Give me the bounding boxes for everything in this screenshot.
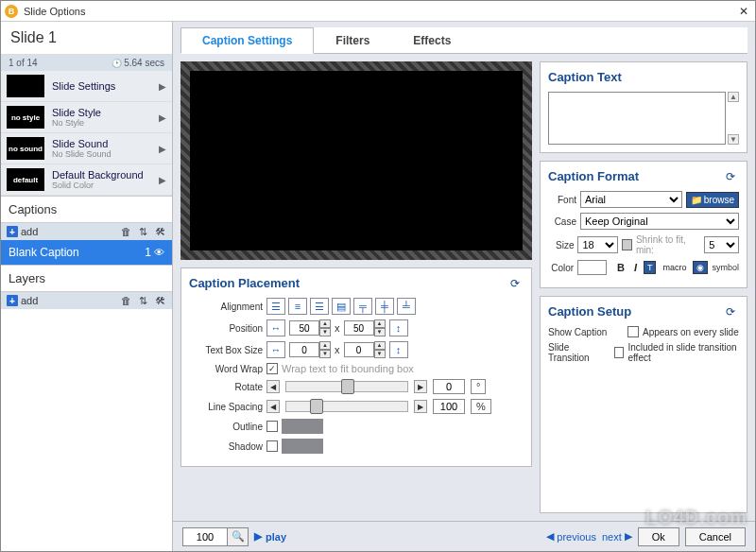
up-icon[interactable]: ▲ <box>319 319 331 328</box>
tools-icon[interactable]: 🛠 <box>153 294 166 307</box>
move-h-icon[interactable]: ↔ <box>266 319 285 336</box>
align-justify-icon[interactable]: ▤ <box>332 298 351 315</box>
symbol-button[interactable]: ◉ <box>693 261 708 274</box>
slider-right-icon[interactable]: ▶ <box>414 380 427 393</box>
linespacing-slider[interactable] <box>285 401 408 412</box>
zoom-input[interactable] <box>182 527 228 546</box>
rotate-slider[interactable] <box>285 381 408 392</box>
sort-icon[interactable]: ⇅ <box>136 294 149 307</box>
bold-button[interactable]: B <box>614 261 627 274</box>
move-v-icon[interactable]: ↕ <box>389 319 408 336</box>
down-icon[interactable]: ▼ <box>374 328 386 336</box>
reset-icon[interactable]: ⟳ <box>510 277 524 290</box>
down-icon[interactable]: ▼ <box>319 328 331 336</box>
slide-transition-checkbox[interactable] <box>614 347 624 358</box>
case-select[interactable]: Keep Original <box>580 213 739 230</box>
ok-button[interactable]: Ok <box>638 527 679 546</box>
position-y-spin[interactable]: ▲▼ <box>344 319 386 336</box>
wordwrap-text: Wrap text to fit bounding box <box>282 363 414 374</box>
textbox-w-input[interactable] <box>289 342 319 357</box>
slider-thumb[interactable] <box>341 379 354 394</box>
close-icon[interactable]: ✕ <box>736 5 751 18</box>
linespacing-input[interactable] <box>433 399 465 414</box>
scroll-up-icon[interactable]: ▲ <box>728 92 739 102</box>
trash-icon[interactable]: 🗑 <box>119 294 132 307</box>
shrink-checkbox[interactable] <box>622 239 632 250</box>
up-icon[interactable]: ▲ <box>374 319 386 328</box>
align-bottom-icon[interactable]: ╧ <box>397 298 416 315</box>
chevron-right-icon: ▶ <box>159 81 166 92</box>
shrink-min-select[interactable]: 5 <box>704 236 739 253</box>
sidebar-item-default-background[interactable]: default Default BackgroundSolid Color ▶ <box>1 164 172 196</box>
content: Slide 1 1 of 14 5.64 secs Slide Settings… <box>1 22 755 551</box>
textbox-h-spin[interactable]: ▲▼ <box>344 341 386 358</box>
size-select[interactable]: 18 <box>577 236 617 253</box>
down-icon[interactable]: ▼ <box>319 350 331 358</box>
previous-button[interactable]: ◀previous <box>546 530 596 543</box>
position-y-input[interactable] <box>344 320 374 336</box>
show-caption-checkbox[interactable] <box>627 326 639 337</box>
align-right-icon[interactable]: ☰ <box>310 298 329 315</box>
tab-filters[interactable]: Filters <box>314 27 391 53</box>
wordwrap-checkbox[interactable] <box>266 363 278 374</box>
trash-icon[interactable]: 🗑 <box>119 225 132 238</box>
rotate-input[interactable] <box>433 379 465 394</box>
reset-icon[interactable]: ⟳ <box>726 305 739 319</box>
down-icon[interactable]: ▼ <box>374 350 386 358</box>
outline-checkbox[interactable] <box>266 421 278 432</box>
slider-left-icon[interactable]: ◀ <box>266 380 280 393</box>
tt-button[interactable]: T <box>644 261 657 274</box>
font-select[interactable]: Arial <box>580 191 682 208</box>
play-button[interactable]: ▶play <box>254 530 286 543</box>
align-center-h-icon[interactable]: ≡ <box>288 298 307 315</box>
next-button[interactable]: next▶ <box>602 530 632 543</box>
show-caption-label: Show Caption <box>548 327 624 337</box>
tab-effects[interactable]: Effects <box>391 27 472 53</box>
tools-icon[interactable]: 🛠 <box>153 225 166 238</box>
position-x-spin[interactable]: ▲▼ <box>289 319 331 336</box>
cancel-button[interactable]: Cancel <box>685 527 746 546</box>
position-x-input[interactable] <box>289 320 319 336</box>
align-middle-icon[interactable]: ╪ <box>375 298 394 315</box>
macro-button[interactable]: macro <box>660 262 689 273</box>
scroll-down-icon[interactable]: ▼ <box>728 134 739 145</box>
shadow-checkbox[interactable] <box>266 440 278 452</box>
window: B Slide Options ✕ Slide 1 1 of 14 5.64 s… <box>0 0 756 552</box>
browse-button[interactable]: 📁browse <box>686 192 739 208</box>
captions-header: Captions <box>1 196 172 223</box>
color-swatch[interactable] <box>577 260 607 275</box>
panel-title: Caption Text <box>548 70 622 84</box>
slider-right-icon[interactable]: ▶ <box>414 400 427 413</box>
add-layer-button[interactable]: +add <box>7 295 38 306</box>
up-icon[interactable]: ▲ <box>374 341 386 350</box>
align-left-icon[interactable]: ☰ <box>266 298 285 315</box>
up-icon[interactable]: ▲ <box>319 341 331 350</box>
add-caption-button[interactable]: +add <box>7 226 38 237</box>
align-top-icon[interactable]: ╤ <box>353 298 372 315</box>
plus-icon: + <box>7 226 18 237</box>
reset-icon[interactable]: ⟳ <box>726 170 739 183</box>
slider-left-icon[interactable]: ◀ <box>266 400 280 413</box>
outline-color-swatch[interactable] <box>282 419 323 434</box>
sidebar-item-slide-style[interactable]: no style Slide StyleNo Style ▶ <box>1 102 172 133</box>
sidebar-item-slide-sound[interactable]: no sound Slide SoundNo Slide Sound ▶ <box>1 133 172 164</box>
slider-thumb[interactable] <box>310 399 323 414</box>
textbox-w-spin[interactable]: ▲▼ <box>289 341 331 358</box>
plus-icon: + <box>7 295 18 306</box>
textbox-h-input[interactable] <box>344 342 374 357</box>
tb-sep: x <box>335 344 340 355</box>
sidebar-item-label: Slide Sound <box>52 138 159 149</box>
tab-caption-settings[interactable]: Caption Settings <box>180 27 314 54</box>
width-icon[interactable]: ↔ <box>266 341 285 358</box>
blank-caption-row[interactable]: Blank Caption 1👁 <box>1 240 172 265</box>
height-icon[interactable]: ↕ <box>389 341 408 358</box>
sort-icon[interactable]: ⇅ <box>136 225 149 238</box>
slide-transition-label: Slide Transition <box>548 342 610 363</box>
sidebar-item-slide-settings[interactable]: Slide Settings ▶ <box>1 71 172 102</box>
shadow-color-swatch[interactable] <box>282 439 323 454</box>
search-icon[interactable]: 🔍 <box>228 527 249 546</box>
italic-button[interactable]: I <box>631 261 640 274</box>
slide-preview[interactable] <box>180 61 532 260</box>
sidebar-item-sub: No Style <box>52 118 159 128</box>
caption-text-input[interactable] <box>548 92 726 145</box>
